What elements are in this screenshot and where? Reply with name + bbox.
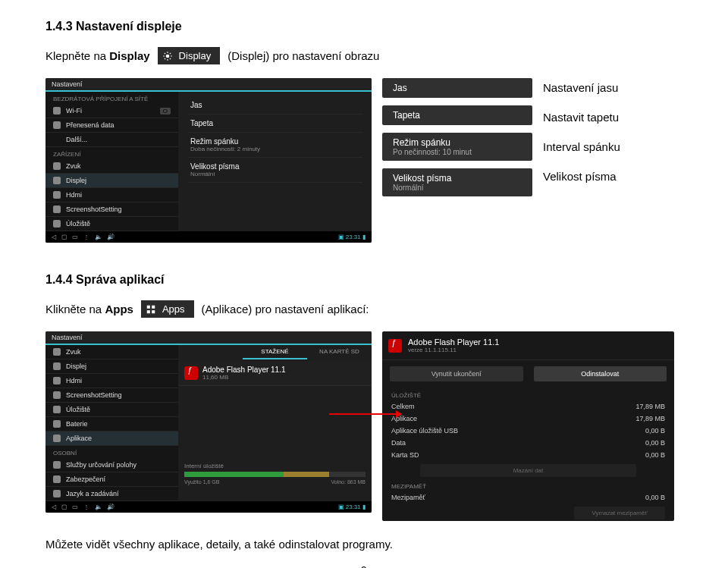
label: Aplikace [66, 435, 92, 442]
sidebar-item-security[interactable]: Zabezpečení [46, 472, 178, 487]
sidebar-item-location[interactable]: Služby určování polohy [46, 458, 178, 472]
label: Zvuk [66, 348, 81, 356]
svg-rect-12 [152, 310, 155, 313]
storage-label: Interní úložiště [184, 463, 224, 469]
apps-icon [53, 435, 61, 442]
label: Jas [190, 101, 359, 109]
label: Úložiště [66, 406, 90, 413]
row-sleep[interactable]: Režim spánkuDoba nečinnosti: 2 minuty [187, 133, 362, 158]
popup-rezim: Režim spánkuPo nečinnosti: 10 minut [382, 133, 532, 161]
label: Hdmi [66, 191, 82, 199]
intro-line-2: Klikněte na Apps Apps (Aplikace) pro nas… [46, 300, 682, 318]
v: 0,00 B [645, 439, 665, 447]
svg-rect-9 [147, 305, 150, 308]
location-icon [53, 461, 61, 469]
sidebar-item-storage[interactable]: Úložiště [46, 403, 178, 417]
sidebar-item-more[interactable]: Další... [46, 133, 178, 147]
sidebar-item-display[interactable]: Displej [46, 174, 178, 188]
sidebar-item-sound[interactable]: Zvuk [46, 345, 178, 359]
intro-line-1: Klepněte na Display Display (Displej) pr… [46, 47, 682, 64]
k: Celkem [391, 403, 415, 410]
sidebar-item-display[interactable]: Displej [46, 359, 178, 374]
sidebar-item-screenshot[interactable]: ScreenshotSetting [46, 388, 178, 403]
clear-data-button[interactable]: Mazání dat [420, 464, 636, 477]
hdmi-icon [53, 377, 61, 384]
clock: 23:31 [346, 504, 361, 510]
app-name: Adobe Flash Player 11.1 [408, 337, 499, 347]
popup-jas: Jas [382, 78, 532, 98]
data-icon [53, 121, 61, 129]
screenshot-display-settings: Nastavení BEZDRÁTOVÁ PŘÍPOJENÍ A SÍTĚ Wi… [46, 78, 372, 243]
sidebar-item-apps[interactable]: Aplikace [46, 431, 178, 446]
battery-icon [53, 420, 61, 428]
display-icon [53, 362, 61, 370]
page-number: 9 [46, 564, 682, 568]
storage-icon [53, 406, 61, 413]
sidebar-item-battery[interactable]: Baterie [46, 417, 178, 431]
sidebar-item-hdmi[interactable]: Hdmi [46, 374, 178, 388]
row-brightness[interactable]: Jas [187, 96, 362, 115]
svg-line-7 [165, 58, 165, 58]
row-fontsize[interactable]: Velikost písmaNormální [187, 158, 362, 183]
label: ScreenshotSetting [66, 391, 122, 399]
apps-chip[interactable]: Apps [141, 300, 194, 318]
annotation-labels: Nastavení jasu Nastavit tapetu Interval … [543, 78, 620, 183]
display-chip[interactable]: Display [158, 47, 221, 64]
uninstall-button[interactable]: Odinstalovat [534, 366, 667, 381]
text: (Displej) pro nastavení obrazu [228, 49, 379, 62]
label: Velikost písma [543, 170, 620, 183]
sound-icon [53, 348, 61, 356]
label: ScreenshotSetting [66, 206, 122, 213]
tab-active[interactable]: STAŽENÉ [243, 345, 307, 359]
sidebar-item-hdmi[interactable]: Hdmi [46, 188, 178, 202]
label: Přenesená data [66, 121, 115, 129]
label: Nastavit tapetu [543, 111, 620, 124]
text: (Aplikace) pro nastavení aplikací: [202, 303, 369, 315]
arrow-annotation [329, 413, 401, 415]
row-wallpaper[interactable]: Tapeta [187, 115, 362, 133]
sidebar-item-screenshot[interactable]: ScreenshotSetting [46, 202, 178, 217]
app-row[interactable]: Adobe Flash Player 11.1 11,60 MB [178, 361, 372, 386]
app-version: verze 11.1.115.11 [408, 347, 499, 353]
storage-free-bar [284, 472, 329, 477]
nav-icons[interactable]: ◁ ▢ ▭ ⋮ 🔈 🔊 [52, 234, 115, 240]
camera-icon [53, 206, 61, 213]
sidebar-item-storage[interactable]: Úložiště [46, 217, 178, 231]
label: Režim spánku [393, 137, 522, 148]
clear-cache-button[interactable]: Vymazat mezipaměť [574, 507, 665, 519]
sublabel: Normální [393, 184, 522, 192]
picture-icon: ▣ [338, 504, 344, 510]
label: Jazyk a zadávání [66, 490, 119, 497]
tab[interactable]: NA KARTĚ SD [307, 345, 372, 359]
nav-icons[interactable]: ◁ ▢ ▭ ⋮ 🔈 🔊 [52, 504, 115, 510]
k: Data [391, 439, 406, 447]
sublabel: Po nečinnosti: 10 minut [393, 148, 522, 156]
v: 0,00 B [645, 451, 665, 459]
sidebar-item-sound[interactable]: Zvuk [46, 159, 178, 174]
label: Tapeta [393, 110, 420, 121]
nav-bar: ◁ ▢ ▭ ⋮ 🔈 🔊▣ 23:31 ▮ [46, 231, 372, 243]
sidebar-item-language[interactable]: Jazyk a zadávání [46, 487, 178, 501]
flash-icon [388, 339, 402, 353]
sidebar-item-wifi[interactable]: Wi-FiO [46, 104, 178, 118]
k: Aplikace úložiště USB [391, 427, 458, 435]
sun-icon [162, 51, 173, 61]
nav-bar: ◁ ▢ ▭ ⋮ 🔈 🔊▣ 23:31 ▮ [46, 501, 372, 513]
wifi-toggle[interactable]: O [160, 108, 171, 115]
tabs: STAŽENÉ NA KARTĚ SD [178, 345, 372, 359]
label: Wi-Fi [66, 107, 82, 115]
display-icon [53, 177, 61, 184]
sublabel: Normální [190, 171, 359, 177]
force-stop-button[interactable]: Vynutit ukončení [390, 366, 523, 381]
text-bold: Display [109, 49, 149, 62]
sidebar-item-data[interactable]: Přenesená data [46, 118, 178, 133]
label: Displej [66, 362, 86, 370]
label: Služby určování polohy [66, 461, 136, 469]
heading-143: 1.4.3 Nastavení displeje [46, 20, 682, 33]
footer-text: Můžete vidět všechny aplikace, detaily, … [46, 538, 682, 551]
language-icon [53, 490, 61, 497]
sound-icon [53, 162, 61, 170]
picture-icon: ▣ [338, 234, 344, 240]
tab[interactable] [178, 345, 243, 359]
label: Úložiště [66, 220, 90, 228]
